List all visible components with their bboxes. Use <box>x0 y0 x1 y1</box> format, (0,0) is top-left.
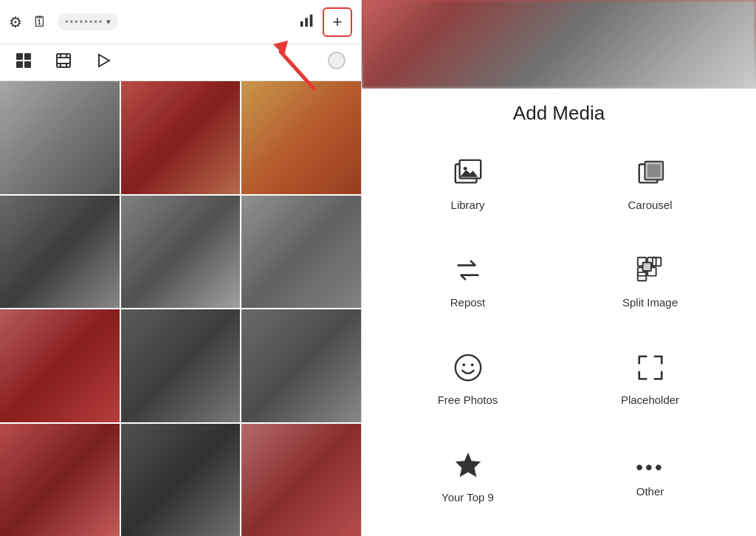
chart-icon[interactable] <box>299 12 315 32</box>
tab-play-icon[interactable] <box>94 52 112 74</box>
free-photos-option[interactable]: Free Photos <box>384 334 551 425</box>
svg-point-32 <box>462 363 465 366</box>
your-top-9-option[interactable]: Your Top 9 <box>384 431 551 521</box>
split-image-option[interactable]: Split Image <box>566 237 734 327</box>
photo-cell[interactable] <box>241 196 361 309</box>
photo-cell[interactable] <box>0 309 120 422</box>
add-media-button[interactable]: + <box>323 7 352 37</box>
repost-label: Repost <box>450 296 486 309</box>
svg-rect-1 <box>305 18 308 27</box>
left-panel: ⚙ 🗓 •••••••• ▾ + <box>0 0 362 536</box>
svg-rect-7 <box>16 61 23 68</box>
svg-rect-28 <box>642 263 650 271</box>
carousel-option[interactable]: Carousel <box>566 140 734 230</box>
library-icon <box>453 157 484 193</box>
carousel-label: Carousel <box>628 199 672 211</box>
photo-cell[interactable] <box>0 424 120 537</box>
split-image-label: Split Image <box>622 296 678 309</box>
add-media-title: Add Media <box>362 89 756 132</box>
repost-option[interactable]: Repost <box>384 237 551 327</box>
photo-cell[interactable] <box>121 196 241 309</box>
preview-strip <box>362 0 756 89</box>
svg-point-33 <box>470 363 473 366</box>
svg-marker-16 <box>99 55 109 66</box>
library-label: Library <box>451 199 485 211</box>
media-grid: Library Carousel <box>362 132 756 536</box>
svg-point-31 <box>455 355 480 380</box>
chevron-down-icon: ▾ <box>106 17 111 27</box>
right-panel: Add Media Library <box>362 0 756 536</box>
svg-point-20 <box>463 167 467 171</box>
tab-reel-icon[interactable] <box>55 52 72 74</box>
your-top-9-label: Your Top 9 <box>441 491 494 504</box>
repost-icon <box>453 255 484 290</box>
star-icon <box>453 450 484 485</box>
svg-rect-2 <box>310 15 313 27</box>
free-photos-icon <box>453 352 484 388</box>
account-name: •••••••• <box>65 16 103 27</box>
svg-rect-6 <box>24 53 31 60</box>
svg-rect-0 <box>300 21 303 27</box>
placeholder-icon <box>635 352 666 388</box>
photo-cell[interactable] <box>121 81 241 194</box>
photo-cell[interactable] <box>241 81 361 194</box>
placeholder-option[interactable]: Placeholder <box>566 334 734 425</box>
top-bar: ⚙ 🗓 •••••••• ▾ + <box>0 0 361 44</box>
svg-rect-5 <box>16 53 23 60</box>
photo-grid <box>0 81 361 536</box>
top-bar-right: + <box>299 7 352 37</box>
svg-rect-29 <box>652 258 660 266</box>
other-icon: ••• <box>636 456 664 479</box>
svg-point-17 <box>329 52 345 69</box>
photo-cell[interactable] <box>121 424 241 537</box>
gear-icon[interactable]: ⚙ <box>9 13 22 31</box>
placeholder-label: Placeholder <box>621 394 679 406</box>
svg-rect-30 <box>637 272 645 281</box>
tab-bar <box>0 44 361 81</box>
photo-cell[interactable] <box>241 424 361 537</box>
top-bar-left: ⚙ 🗓 •••••••• ▾ <box>9 13 118 31</box>
account-selector[interactable]: •••••••• ▾ <box>58 13 118 30</box>
tab-circle-icon[interactable] <box>327 51 346 75</box>
tab-grid-icon[interactable] <box>15 52 32 74</box>
svg-rect-8 <box>24 61 31 68</box>
svg-marker-34 <box>455 452 480 476</box>
photo-cell[interactable] <box>0 196 120 309</box>
library-option[interactable]: Library <box>384 140 551 230</box>
photo-cell[interactable] <box>241 309 361 422</box>
other-label: Other <box>636 485 664 498</box>
photo-cell[interactable] <box>121 309 241 422</box>
free-photos-label: Free Photos <box>438 394 498 406</box>
svg-rect-9 <box>57 54 70 67</box>
photo-cell[interactable] <box>0 81 120 194</box>
carousel-icon <box>635 157 666 193</box>
calendar-icon[interactable]: 🗓 <box>32 13 47 30</box>
other-option[interactable]: ••• Other <box>566 431 734 521</box>
split-image-icon <box>635 255 666 290</box>
svg-rect-23 <box>647 165 660 177</box>
